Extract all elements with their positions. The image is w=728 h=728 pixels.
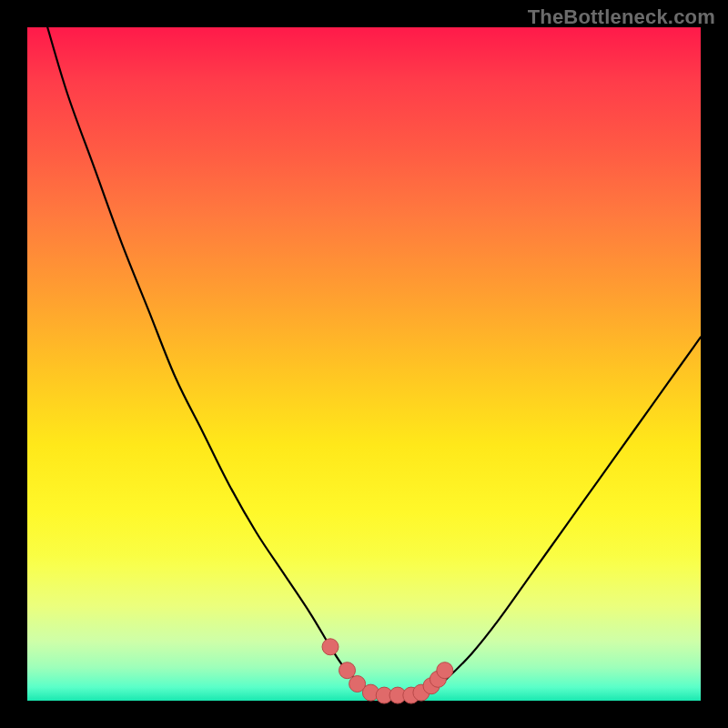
bottleneck-curve-left — [47, 27, 384, 695]
chart-svg — [27, 27, 701, 701]
highlighted-data-points — [322, 639, 453, 703]
plot-area — [27, 27, 701, 701]
data-point-marker — [339, 662, 356, 679]
bottleneck-curve-right — [384, 337, 701, 695]
data-point-marker — [322, 639, 339, 655]
data-point-marker — [437, 662, 453, 679]
watermark-text: TheBottleneck.com — [528, 5, 715, 29]
chart-stage: TheBottleneck.com — [0, 0, 728, 728]
